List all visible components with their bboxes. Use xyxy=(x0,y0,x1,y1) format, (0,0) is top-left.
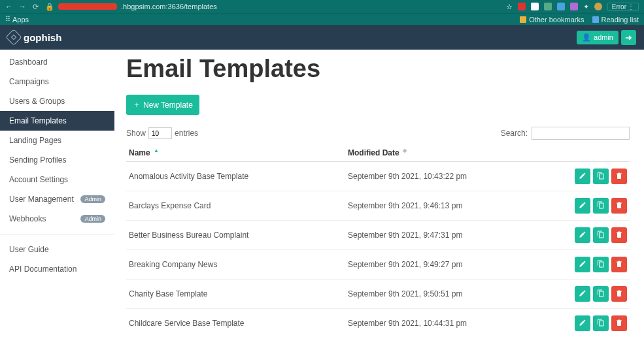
logout-button[interactable]: ➜ xyxy=(621,30,636,45)
pencil-icon xyxy=(579,231,586,240)
brand[interactable]: gophish xyxy=(8,31,61,43)
search-input[interactable] xyxy=(532,127,630,140)
sidebar-item-webhooks[interactable]: WebhooksAdmin xyxy=(0,209,114,229)
user-icon: 👤 xyxy=(582,33,591,42)
edit-button[interactable] xyxy=(575,315,590,331)
delete-button[interactable] xyxy=(611,315,627,331)
column-header-date[interactable]: Modified Date ◆ xyxy=(345,144,532,162)
edit-button[interactable] xyxy=(575,198,590,214)
cell-actions xyxy=(532,191,630,221)
app-topbar: gophish 👤 admin ➜ xyxy=(0,25,644,50)
sidebar-item-label: Email Templates xyxy=(9,116,67,125)
delete-button[interactable] xyxy=(611,198,627,214)
sidebar-item-label: Users & Groups xyxy=(9,97,65,106)
sidebar-item-user-management[interactable]: User ManagementAdmin xyxy=(0,189,114,209)
table-row: Childcare Service Base TemplateSeptember… xyxy=(126,309,630,338)
page-title: Email Templates xyxy=(126,55,630,83)
sort-icon: ◆ xyxy=(403,148,407,153)
search-label: Search: xyxy=(501,129,528,138)
copy-icon xyxy=(597,319,605,329)
delete-button[interactable] xyxy=(611,227,627,243)
edit-button[interactable] xyxy=(575,227,590,243)
sidebar-item-account-settings[interactable]: Account Settings xyxy=(0,170,114,189)
admin-badge: Admin xyxy=(80,195,105,203)
cell-name: Breaking Company News xyxy=(126,250,345,280)
error-indicator[interactable]: Error⋮ xyxy=(607,3,639,11)
pencil-icon xyxy=(579,201,586,211)
column-header-actions xyxy=(532,144,630,162)
apps-icon: ⠿ xyxy=(5,15,10,24)
bookmarks-bar: ⠿ Apps Other bookmarks Reading list xyxy=(0,13,644,25)
sidebar-item-users-groups[interactable]: Users & Groups xyxy=(0,91,114,111)
delete-button[interactable] xyxy=(611,257,627,272)
copy-button[interactable] xyxy=(593,257,609,272)
page-length-input[interactable] xyxy=(148,127,172,139)
redacted-url-segment xyxy=(58,3,117,10)
trash-icon xyxy=(615,201,623,211)
table-row: Breaking Company NewsSeptember 9th 2021,… xyxy=(126,250,630,280)
plus-icon: ＋ xyxy=(133,99,141,110)
apps-shortcut[interactable]: ⠿ Apps xyxy=(5,15,29,24)
sidebar-item-dashboard[interactable]: Dashboard xyxy=(0,52,114,72)
pencil-icon xyxy=(579,319,586,329)
table-row: Anomalous Activity Base TemplateSeptembe… xyxy=(126,162,630,191)
cell-actions xyxy=(532,250,630,280)
forward-icon[interactable]: → xyxy=(19,3,26,10)
edit-button[interactable] xyxy=(575,286,590,302)
extension-icon[interactable] xyxy=(544,3,552,10)
lock-icon: 🔒 xyxy=(45,3,54,11)
other-bookmarks[interactable]: Other bookmarks xyxy=(520,16,584,24)
extensions-menu-icon[interactable]: ✦ xyxy=(583,3,589,11)
reading-list-icon xyxy=(592,16,599,23)
back-icon[interactable]: ← xyxy=(5,3,12,10)
cell-name: Childcare Service Base Template xyxy=(126,309,345,338)
reload-icon[interactable]: ⟳ xyxy=(33,3,39,11)
sidebar-item-email-templates[interactable]: Email Templates xyxy=(0,111,114,131)
extension-icon[interactable] xyxy=(570,3,578,10)
delete-button[interactable] xyxy=(611,168,627,184)
copy-button[interactable] xyxy=(593,168,609,184)
sidebar-item-label: Sending Profiles xyxy=(9,155,66,165)
copy-icon xyxy=(597,201,605,211)
copy-button[interactable] xyxy=(593,286,609,302)
table-row: Better Business Bureau ComplaintSeptembe… xyxy=(126,221,630,250)
sidebar-item-label: Campaigns xyxy=(9,77,49,86)
edit-button[interactable] xyxy=(575,257,590,272)
copy-icon xyxy=(597,231,605,240)
cell-modified-date: September 9th 2021, 9:50:51 pm xyxy=(345,280,532,309)
entries-label: entries xyxy=(175,129,198,138)
extension-icon[interactable] xyxy=(557,3,565,10)
extension-icon[interactable] xyxy=(531,3,539,10)
sidebar-item-user-guide[interactable]: User Guide xyxy=(0,240,114,259)
star-icon[interactable]: ☆ xyxy=(506,3,513,11)
delete-button[interactable] xyxy=(611,286,627,302)
sidebar-item-label: User Management xyxy=(9,195,74,204)
pencil-icon xyxy=(579,172,586,182)
url-text: .hbgpsim.com:3636/templates xyxy=(121,3,217,10)
copy-button[interactable] xyxy=(593,198,609,214)
copy-button[interactable] xyxy=(593,315,609,331)
admin-badge: Admin xyxy=(80,215,105,223)
sidebar-item-api-documentation[interactable]: API Documentation xyxy=(0,259,114,279)
templates-table: Name ▲ Modified Date ◆ Anomalous Activit… xyxy=(126,144,630,337)
trash-icon xyxy=(615,319,623,329)
pencil-icon xyxy=(579,289,586,299)
profile-avatar[interactable] xyxy=(594,3,602,10)
reading-list[interactable]: Reading list xyxy=(592,16,639,24)
sidebar-item-label: Webhooks xyxy=(9,214,46,223)
column-header-name[interactable]: Name ▲ xyxy=(126,144,345,162)
new-template-button[interactable]: ＋ New Template xyxy=(126,95,199,115)
cell-modified-date: September 9th 2021, 10:44:31 pm xyxy=(345,309,532,338)
cell-modified-date: September 9th 2021, 9:46:13 pm xyxy=(345,191,532,221)
admin-user-button[interactable]: 👤 admin xyxy=(577,31,619,44)
trash-icon xyxy=(615,231,623,240)
extension-icon[interactable] xyxy=(518,3,526,10)
edit-button[interactable] xyxy=(575,168,590,184)
brand-text: gophish xyxy=(24,32,61,43)
browser-address-bar: ← → ⟳ 🔒 .hbgpsim.com:3636/templates ☆ ✦ … xyxy=(0,0,644,13)
cell-actions xyxy=(532,280,630,309)
sidebar-item-campaigns[interactable]: Campaigns xyxy=(0,72,114,91)
sidebar-item-sending-profiles[interactable]: Sending Profiles xyxy=(0,150,114,170)
sidebar-item-landing-pages[interactable]: Landing Pages xyxy=(0,131,114,150)
copy-button[interactable] xyxy=(593,227,609,243)
